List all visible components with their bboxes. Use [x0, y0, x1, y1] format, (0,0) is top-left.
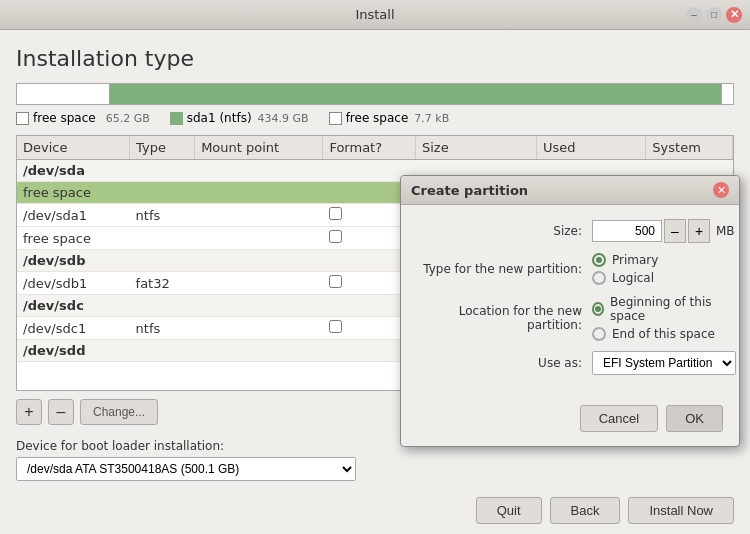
- legend-sda1: sda1 (ntfs) 434.9 GB: [170, 111, 309, 125]
- logical-radio-dot: [592, 271, 606, 285]
- size-unit: MB: [716, 224, 735, 238]
- modal-title: Create partition: [411, 183, 528, 198]
- beginning-radio-dot: [592, 302, 604, 316]
- device-cell: /dev/sdb1: [17, 272, 130, 295]
- device-cell: /dev/sda1: [17, 204, 130, 227]
- format-checkbox[interactable]: [329, 230, 342, 243]
- location-radio-group: Beginning of this space End of this spac…: [592, 295, 723, 341]
- device-cell: /dev/sdb: [17, 250, 130, 272]
- table-header-row: Device Type Mount point Format? Size Use…: [17, 136, 733, 160]
- col-type: Type: [130, 136, 195, 160]
- format-checkbox[interactable]: [329, 320, 342, 333]
- end-radio-dot: [592, 327, 606, 341]
- decrease-size-button[interactable]: –: [664, 219, 686, 243]
- close-button[interactable]: ✕: [726, 7, 742, 23]
- end-radio-label: End of this space: [612, 327, 715, 341]
- remove-partition-button[interactable]: –: [48, 399, 74, 425]
- device-cell: /dev/sdd: [17, 340, 130, 362]
- use-as-row: Use as: EFI System Partition: [417, 351, 723, 375]
- size-row: Size: – + MB: [417, 219, 723, 243]
- window-title: Install: [355, 7, 394, 22]
- increase-size-button[interactable]: +: [688, 219, 710, 243]
- size-input-group: – + MB: [592, 219, 735, 243]
- main-window: Install – □ ✕ Installation type free spa…: [0, 0, 750, 534]
- use-as-select[interactable]: EFI System Partition: [592, 351, 736, 375]
- legend-free2-label: free space: [346, 111, 409, 125]
- location-row: Location for the new partition: Beginnin…: [417, 295, 723, 341]
- device-cell: free space: [17, 227, 130, 250]
- titlebar: Install – □ ✕: [0, 0, 750, 30]
- partition-legend: free space 65.2 GB sda1 (ntfs) 434.9 GB …: [16, 111, 734, 125]
- partition-bar: [16, 83, 734, 105]
- size-label: Size:: [417, 224, 592, 238]
- modal-titlebar: Create partition ✕: [401, 176, 739, 205]
- legend-free2-size: 7.7 kB: [414, 112, 449, 125]
- use-as-label: Use as:: [417, 356, 592, 370]
- primary-radio-label: Primary: [612, 253, 658, 267]
- add-partition-button[interactable]: +: [16, 399, 42, 425]
- install-now-button[interactable]: Install Now: [628, 497, 734, 524]
- page-title: Installation type: [16, 46, 734, 71]
- type-cell: fat32: [130, 272, 195, 295]
- legend-sda1-label: sda1 (ntfs): [187, 111, 252, 125]
- col-device: Device: [17, 136, 130, 160]
- modal-body: Size: – + MB Type for the new partition:: [401, 205, 739, 399]
- maximize-button[interactable]: □: [706, 7, 722, 23]
- type-row: Type for the new partition: Primary Logi…: [417, 253, 723, 285]
- device-cell: /dev/sdc: [17, 295, 130, 317]
- quit-button[interactable]: Quit: [476, 497, 542, 524]
- titlebar-controls: – □ ✕: [686, 7, 742, 23]
- pbar-free1: [17, 84, 110, 104]
- create-partition-modal: Create partition ✕ Size: – + MB: [400, 175, 740, 447]
- format-checkbox[interactable]: [329, 275, 342, 288]
- ok-button[interactable]: OK: [666, 405, 723, 432]
- beginning-radio-label: Beginning of this space: [610, 295, 723, 323]
- type-radio-group: Primary Logical: [592, 253, 658, 285]
- col-mountpoint: Mount point: [195, 136, 323, 160]
- type-label: Type for the new partition:: [417, 262, 592, 276]
- format-checkbox[interactable]: [329, 207, 342, 220]
- legend-free1: free space 65.2 GB: [16, 111, 150, 125]
- minimize-button[interactable]: –: [686, 7, 702, 23]
- cancel-button[interactable]: Cancel: [580, 405, 658, 432]
- device-cell: /dev/sda: [17, 160, 130, 182]
- legend-sda1-box: [170, 112, 183, 125]
- modal-close-button[interactable]: ✕: [713, 182, 729, 198]
- type-cell: ntfs: [130, 317, 195, 340]
- pbar-sda1: [110, 84, 723, 104]
- size-input[interactable]: [592, 220, 662, 242]
- bootloader-select[interactable]: /dev/sda ATA ST3500418AS (500.1 GB): [16, 457, 356, 481]
- back-button[interactable]: Back: [550, 497, 621, 524]
- location-beginning-option[interactable]: Beginning of this space: [592, 295, 723, 323]
- pbar-free2: [722, 84, 733, 104]
- device-cell: free space: [17, 182, 130, 204]
- legend-free1-size: 65.2 GB: [106, 112, 150, 125]
- legend-free1-checkbox: [16, 112, 29, 125]
- location-end-option[interactable]: End of this space: [592, 327, 723, 341]
- type-primary-option[interactable]: Primary: [592, 253, 658, 267]
- legend-free2: free space 7.7 kB: [329, 111, 450, 125]
- type-cell: ntfs: [130, 204, 195, 227]
- footer-buttons: Quit Back Install Now: [16, 489, 734, 534]
- col-used: Used: [536, 136, 645, 160]
- logical-radio-label: Logical: [612, 271, 654, 285]
- device-cell: /dev/sdc1: [17, 317, 130, 340]
- col-size: Size: [415, 136, 536, 160]
- legend-free2-checkbox: [329, 112, 342, 125]
- primary-radio-dot: [592, 253, 606, 267]
- window-body: Installation type free space 65.2 GB sda…: [0, 30, 750, 534]
- legend-sda1-size: 434.9 GB: [258, 112, 309, 125]
- col-system: System: [646, 136, 733, 160]
- modal-footer: Cancel OK: [401, 399, 739, 446]
- change-partition-button[interactable]: Change...: [80, 399, 158, 425]
- location-label: Location for the new partition:: [417, 304, 592, 332]
- legend-free1-label: free space: [33, 111, 96, 125]
- col-format: Format?: [323, 136, 416, 160]
- type-logical-option[interactable]: Logical: [592, 271, 658, 285]
